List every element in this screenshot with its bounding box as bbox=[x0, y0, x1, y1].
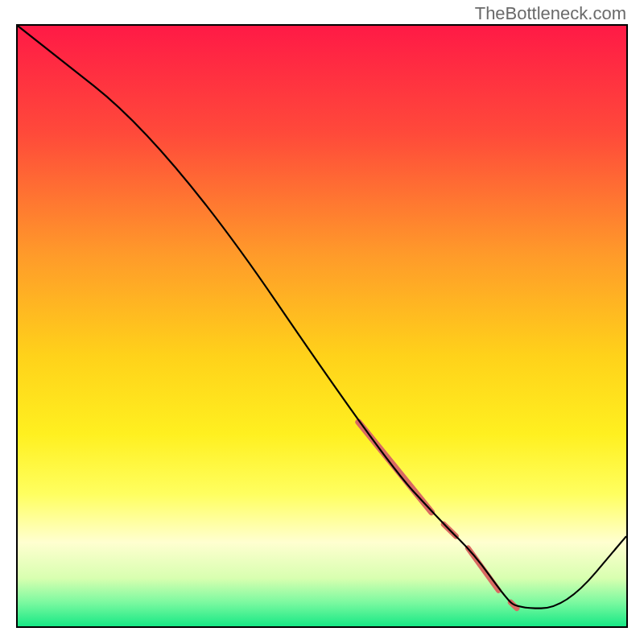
chart-container: TheBottleneck.com bbox=[0, 0, 644, 644]
chart-overlay bbox=[18, 26, 626, 626]
bottleneck-curve bbox=[18, 26, 626, 609]
plot-area bbox=[16, 24, 628, 628]
watermark-text: TheBottleneck.com bbox=[475, 3, 626, 24]
